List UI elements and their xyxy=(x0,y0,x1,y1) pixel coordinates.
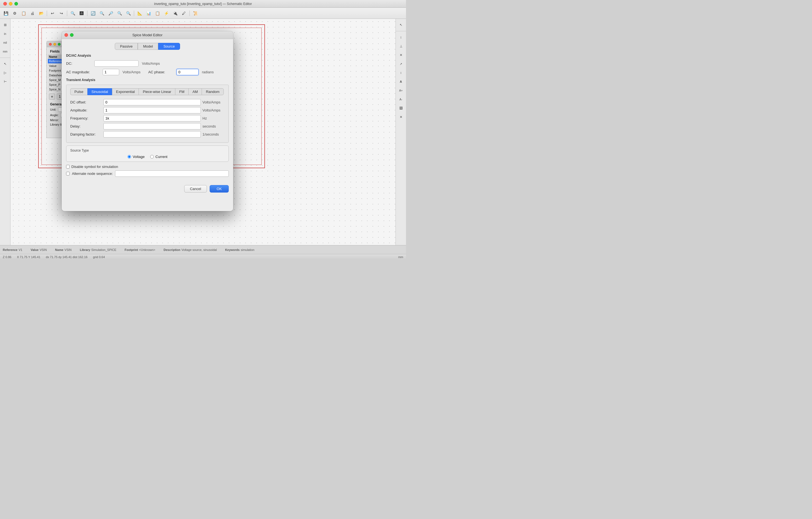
disable-symbol-checkbox[interactable] xyxy=(66,165,70,169)
toolbar-search[interactable]: 🔍 xyxy=(68,9,77,17)
toolbar-hilight[interactable]: 🖊 xyxy=(180,9,188,17)
toolbar-zoom-fit2[interactable]: 🔍 xyxy=(124,9,133,17)
tab-pulse[interactable]: Pulse xyxy=(70,88,87,95)
toolbar-find-replace[interactable]: 🅰 xyxy=(78,9,86,17)
sidebar-unit-in[interactable]: in xyxy=(1,30,9,38)
toolbar-print[interactable]: 🖨 xyxy=(28,9,36,17)
voltage-radio-label[interactable]: Voltage xyxy=(127,155,145,159)
tab-random[interactable]: Random xyxy=(202,88,224,95)
cancel-button[interactable]: Cancel xyxy=(184,185,207,193)
keywords-value: simulation xyxy=(241,248,255,252)
sidebar-noconn-tool[interactable]: ✕ xyxy=(397,51,405,59)
status-description: Description Voltage source, sinusoidal xyxy=(164,248,217,252)
status-footprint: Footprint <Unknown> xyxy=(125,248,155,252)
toolbar-redo[interactable]: ↪ xyxy=(57,9,65,17)
sidebar-arrow-tool[interactable]: ↖ xyxy=(397,21,405,29)
toolbar-bom[interactable]: 📊 xyxy=(144,9,153,17)
toolbar-open[interactable]: 📂 xyxy=(37,9,46,17)
frequency-input[interactable] xyxy=(104,115,201,121)
sidebar-unit-mm[interactable]: mm xyxy=(1,48,9,55)
dialog-title: Spice Model Editor xyxy=(132,33,162,37)
disable-symbol-row: Disable symbol for simulation xyxy=(66,165,229,169)
sidebar-bus-tool[interactable]: ↕ xyxy=(397,69,405,77)
sidebar-wire-tool[interactable]: ↗ xyxy=(397,60,405,68)
toolbar-settings[interactable]: ⚙ xyxy=(10,9,19,17)
sidebar-label-tool[interactable]: A+ xyxy=(397,87,405,94)
toolbar-netinsp[interactable]: 🔌 xyxy=(171,9,179,17)
sidebar-place[interactable]: ▷ xyxy=(1,69,9,77)
toolbar-annotate[interactable]: 📋 xyxy=(153,9,162,17)
grid-display: grid 0.64 xyxy=(93,255,105,259)
tab-passive[interactable]: Passive xyxy=(115,43,138,50)
ac-row: AC magnitude: Volts/Amps AC phase: radia… xyxy=(66,69,229,75)
toolbar-copy[interactable]: 📋 xyxy=(19,9,28,17)
keywords-label: Keywords xyxy=(225,248,240,252)
frequency-unit: Hz xyxy=(202,116,225,120)
toolbar-save[interactable]: 💾 xyxy=(2,9,10,17)
toolbar-erc[interactable]: ⚡ xyxy=(162,9,170,17)
dialog-max-button[interactable] xyxy=(70,33,74,37)
dc-offset-input[interactable] xyxy=(104,99,201,106)
sidebar-select[interactable]: ↖ xyxy=(1,60,9,68)
sidebar-delete-tool[interactable]: ✕ xyxy=(397,113,405,121)
tab-fm[interactable]: FM xyxy=(175,88,188,95)
toolbar-zoom-refresh[interactable]: 🔄 xyxy=(89,9,97,17)
sidebar-grid-btn[interactable]: ⊞ xyxy=(1,21,9,29)
tab-model[interactable]: Model xyxy=(138,43,158,50)
dc-input[interactable] xyxy=(94,60,139,67)
damping-input[interactable] xyxy=(104,131,201,138)
minimize-button[interactable] xyxy=(9,2,12,5)
delay-unit: seconds xyxy=(202,124,225,128)
ac-magnitude-input[interactable] xyxy=(103,69,119,75)
canvas-area[interactable]: Fields Name Size Reference n Value n Foo… xyxy=(10,19,396,245)
symbol-panel-close[interactable] xyxy=(49,43,52,46)
toolbar-sep-5 xyxy=(190,10,190,16)
toolbar-zoom-out[interactable]: 🔎 xyxy=(107,9,115,17)
toolbar-zoom-fit[interactable]: 🔍 xyxy=(115,9,124,17)
dc-offset-label: DC offset: xyxy=(70,100,104,104)
alternate-node-input[interactable] xyxy=(115,170,229,177)
dc-row: DC: Volts/Amps xyxy=(66,60,229,67)
bottom-bar: Reference V1 Value VSIN Name VSIN Librar… xyxy=(0,245,406,254)
amplitude-input[interactable] xyxy=(104,107,201,113)
toolbar-undo[interactable]: ↩ xyxy=(49,9,57,17)
window-title: inverting_opamp_tuto [inverting_opamp_tu… xyxy=(154,2,252,6)
delay-input[interactable] xyxy=(104,123,201,129)
ac-phase-input[interactable] xyxy=(176,69,199,75)
sidebar-power-tool[interactable]: ⊥ xyxy=(397,42,405,50)
toolbar-netlist[interactable]: 📐 xyxy=(136,9,144,17)
maximize-button[interactable] xyxy=(14,2,18,5)
dc-label: DC: xyxy=(66,61,91,65)
add-field-button[interactable]: + xyxy=(49,93,55,99)
sidebar-image-tool[interactable]: 🖼 xyxy=(397,104,405,112)
sidebar-unit-mil[interactable]: mil xyxy=(1,39,9,47)
tab-exponential[interactable]: Exponential xyxy=(112,88,139,95)
unit-display: mm xyxy=(398,255,403,259)
alternate-node-checkbox[interactable] xyxy=(66,172,70,175)
frequency-label: Frequency: xyxy=(70,116,104,120)
sidebar-hierlabel-tool[interactable]: A- xyxy=(397,95,405,103)
tab-am[interactable]: AM xyxy=(188,88,202,95)
library-label: Library xyxy=(80,248,90,252)
close-button[interactable] xyxy=(3,2,7,5)
value-value: VSIN xyxy=(39,248,47,252)
param-damping: Damping factor: 1/seconds xyxy=(70,131,225,138)
description-label: Description xyxy=(164,248,181,252)
source-type-section: Source Type Voltage Current xyxy=(66,146,229,162)
ok-button[interactable]: OK xyxy=(210,185,229,193)
tab-sinusoidal[interactable]: Sinusoidal xyxy=(87,88,112,95)
sidebar-text-tool[interactable]: A xyxy=(397,78,405,85)
toolbar-zoom-in[interactable]: 🔍 xyxy=(98,9,106,17)
toolbar-script[interactable]: 📜 xyxy=(191,9,199,17)
sidebar-net-tool[interactable]: ↕ xyxy=(397,33,405,41)
dialog-close-button[interactable] xyxy=(64,33,68,37)
sidebar-wire[interactable]: ⊢ xyxy=(1,78,9,85)
symbol-panel-max[interactable] xyxy=(58,43,61,46)
current-radio-label[interactable]: Current xyxy=(150,155,167,159)
current-radio[interactable] xyxy=(150,155,154,158)
main-area: ⊞ in mil mm ↖ ▷ ⊢ Fields Name Size xyxy=(0,19,406,245)
voltage-radio[interactable] xyxy=(127,155,131,158)
tab-source[interactable]: Source xyxy=(158,43,180,50)
tab-piecewise[interactable]: Piece-wise Linear xyxy=(139,88,175,95)
symbol-panel-min[interactable] xyxy=(53,43,56,46)
